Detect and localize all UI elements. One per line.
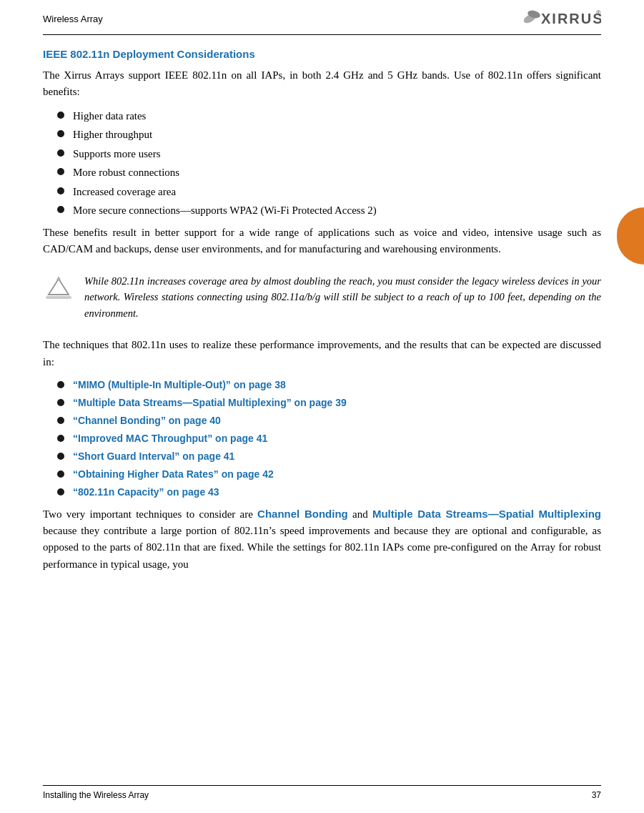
list-item: “Obtaining Higher Data Rates” on page 42 <box>57 467 601 482</box>
link-item-text[interactable]: “802.11n Capacity” on page 43 <box>73 485 219 500</box>
list-item: “Multiple Data Streams—Spatial Multiplex… <box>57 395 601 410</box>
links-list: “MIMO (Multiple-In Multiple-Out)” on pag… <box>57 378 601 500</box>
header-title: Wireless Array <box>43 14 103 24</box>
xirrus-logo-svg: XIRRUS ® <box>522 7 601 30</box>
list-item: “Improved MAC Throughput” on page 41 <box>57 431 601 446</box>
svg-text:XIRRUS: XIRRUS <box>541 11 601 26</box>
list-item-text: Increased coverage area <box>73 184 176 200</box>
footer-page-number: 37 <box>592 790 601 800</box>
section-heading: IEEE 802.11n Deployment Considerations <box>43 48 601 60</box>
logo: XIRRUS ® <box>522 7 601 30</box>
bullet-dot <box>57 417 64 424</box>
paragraph3-link2[interactable]: Multiple Data Streams—Spatial Multiplexi… <box>372 508 601 520</box>
svg-marker-5 <box>49 279 69 295</box>
bullet-dot <box>57 130 64 137</box>
link-item-text[interactable]: “Short Guard Interval” on page 41 <box>73 449 234 464</box>
link-item-text[interactable]: “MIMO (Multiple-In Multiple-Out)” on pag… <box>73 378 286 393</box>
bullet-dot <box>57 453 64 460</box>
body-paragraph-2: The techniques that 802.11n uses to real… <box>43 337 601 370</box>
list-item: More secure connections—supports WPA2 (W… <box>57 202 601 219</box>
list-item: “Channel Bonding” on page 40 <box>57 413 601 428</box>
orange-decoration <box>617 207 644 265</box>
page-container: Wireless Array XIRRUS ® IEEE 802.11n Dep… <box>0 0 644 813</box>
list-item-text: Higher data rates <box>73 108 146 124</box>
paragraph3-part1: Two very important techniques to conside… <box>43 508 257 520</box>
paragraph3-link1[interactable]: Channel Bonding <box>257 508 348 520</box>
page-header: Wireless Array XIRRUS ® <box>43 0 601 35</box>
link-item-text[interactable]: “Obtaining Higher Data Rates” on page 42 <box>73 467 274 482</box>
list-item: More robust connections <box>57 164 601 181</box>
link-item-text[interactable]: “Channel Bonding” on page 40 <box>73 413 221 428</box>
paragraph3-mid1: and <box>348 508 372 520</box>
body-paragraph-1: These benefits result in better support … <box>43 225 601 258</box>
benefits-list: Higher data rates Higher throughput Supp… <box>57 108 601 219</box>
intro-paragraph: The Xirrus Arrays support IEEE 802.11n o… <box>43 67 601 101</box>
footer-left-text: Installing the Wireless Array <box>43 790 149 800</box>
bullet-dot <box>57 381 64 388</box>
link-item-text[interactable]: “Multiple Data Streams—Spatial Multiplex… <box>73 395 347 410</box>
list-item: “Short Guard Interval” on page 41 <box>57 449 601 464</box>
list-item-text: More robust connections <box>73 164 179 181</box>
list-item-text: Supports more users <box>73 146 161 162</box>
svg-marker-7 <box>56 276 61 280</box>
note-icon <box>43 275 74 306</box>
bullet-dot <box>57 435 64 442</box>
svg-rect-4 <box>46 296 71 299</box>
body-paragraph-3: Two very important techniques to conside… <box>43 506 601 573</box>
list-item: “802.11n Capacity” on page 43 <box>57 485 601 500</box>
list-item: Higher throughput <box>57 127 601 143</box>
bullet-dot <box>57 488 64 496</box>
bullet-dot <box>57 470 64 478</box>
bullet-dot <box>57 112 64 119</box>
list-item-text: Higher throughput <box>73 127 152 143</box>
list-item: “MIMO (Multiple-In Multiple-Out)” on pag… <box>57 378 601 393</box>
note-box: While 802.11n increases coverage area by… <box>43 267 601 327</box>
list-item-text: More secure connections—supports WPA2 (W… <box>73 202 377 219</box>
bullet-dot <box>57 149 64 157</box>
page-footer: Installing the Wireless Array 37 <box>43 785 601 800</box>
list-item: Supports more users <box>57 146 601 162</box>
list-item: Higher data rates <box>57 108 601 124</box>
link-item-text[interactable]: “Improved MAC Throughput” on page 41 <box>73 431 267 446</box>
note-text: While 802.11n increases coverage area by… <box>84 273 601 321</box>
bullet-dot <box>57 168 64 175</box>
paragraph3-part2: because they contribute a large portion … <box>43 525 601 570</box>
bullet-dot <box>57 206 64 213</box>
bullet-dot <box>57 187 64 194</box>
svg-text:®: ® <box>596 9 601 16</box>
list-item: Increased coverage area <box>57 184 601 200</box>
bullet-dot <box>57 399 64 406</box>
